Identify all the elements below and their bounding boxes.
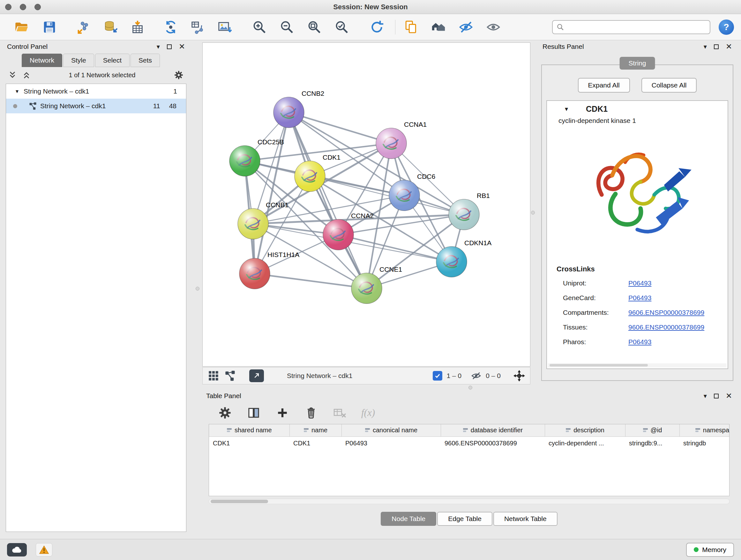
column-header-database-identifier[interactable]: database identifier [441, 424, 545, 436]
show-columns-button[interactable] [245, 403, 263, 422]
add-column-button[interactable] [273, 403, 292, 422]
tab-sets[interactable]: Sets [131, 54, 160, 67]
network-node-RB1[interactable]: RB1 [449, 192, 490, 230]
panel-menu-caret-icon[interactable]: ▾ [704, 393, 707, 399]
network-edge[interactable] [255, 273, 367, 288]
network-edge[interactable] [338, 235, 452, 262]
table-cell[interactable]: cyclin-dependent ... [545, 436, 625, 450]
crosslink-link[interactable]: 9606.ENSP00000378699 [628, 323, 704, 331]
table-cell[interactable]: CDK1 [209, 436, 289, 450]
network-tree-child-row[interactable]: String Network – cdk1 11 48 [6, 99, 186, 113]
panel-close-icon[interactable]: ✕ [726, 392, 732, 400]
layout-network-button[interactable] [161, 18, 180, 37]
network-edge[interactable] [289, 112, 391, 143]
column-header-shared-name[interactable]: shared name [209, 424, 289, 436]
column-header-canonical-name[interactable]: canonical name [341, 424, 441, 436]
network-table-button[interactable] [188, 18, 207, 37]
copy-document-button[interactable] [402, 18, 420, 37]
close-window-button[interactable] [5, 4, 11, 10]
grid-view-button[interactable] [208, 370, 219, 381]
right-splitter-handle[interactable] [531, 211, 535, 214]
panel-float-icon[interactable] [714, 44, 719, 49]
crosslink-link[interactable]: P06493 [628, 294, 651, 302]
import-table-file-button[interactable] [128, 18, 147, 37]
hide-graphics-details-button[interactable] [457, 18, 475, 37]
panel-close-icon[interactable]: ✕ [726, 43, 732, 51]
memory-button[interactable]: Memory [686, 543, 734, 557]
panel-menu-caret-icon[interactable]: ▾ [704, 44, 707, 50]
delete-table-button-disabled[interactable] [331, 403, 349, 422]
zoom-fit-button[interactable] [305, 18, 324, 37]
open-in-new-window-button[interactable] [249, 369, 264, 382]
gear-icon[interactable] [174, 70, 184, 80]
cloud-button[interactable] [7, 543, 27, 557]
network-canvas[interactable]: CCNB2CCNA1CDC25BCDK1CDC6RB1CCNB1CCNA2CDK… [202, 43, 530, 367]
network-tree-root-row[interactable]: ▾ String Network – cdk1 1 [6, 84, 186, 99]
refresh-network-button[interactable] [367, 18, 386, 37]
scrollbar-thumb[interactable] [211, 500, 268, 503]
minimize-window-button[interactable] [20, 4, 26, 10]
tab-node-table[interactable]: Node Table [381, 512, 436, 526]
network-node-CDKN1A[interactable]: CDKN1A [436, 239, 491, 277]
network-node-CDC6[interactable]: CDC6 [389, 173, 435, 211]
import-network-database-button[interactable] [102, 18, 120, 37]
expand-all-icon[interactable] [22, 71, 30, 79]
export-image-button[interactable] [215, 18, 233, 37]
protein-card-scrollbar[interactable] [548, 363, 727, 368]
table-cell[interactable]: P06493 [341, 436, 441, 450]
network-node-HIST1H1A[interactable]: HIST1H1A [239, 251, 299, 289]
column-header-description[interactable]: description [545, 424, 625, 436]
warnings-button[interactable] [36, 543, 52, 557]
show-graphics-details-button[interactable] [484, 18, 502, 37]
string-home-button[interactable] [429, 18, 448, 37]
table-horizontal-scrollbar[interactable] [209, 499, 730, 504]
search-input[interactable] [567, 23, 706, 30]
tree-expand-icon[interactable]: ▾ [16, 88, 18, 95]
expand-all-button[interactable]: Expand All [578, 78, 630, 92]
network-node-CCNA1[interactable]: CCNA1 [376, 121, 427, 159]
panel-float-icon[interactable] [167, 44, 172, 49]
function-builder-button[interactable]: f(x) [361, 407, 375, 419]
help-button[interactable]: ? [719, 19, 734, 35]
tab-network[interactable]: Network [22, 54, 62, 67]
delete-column-button[interactable] [302, 403, 320, 422]
selected-items-checkbox[interactable] [433, 371, 442, 381]
tab-edge-table[interactable]: Edge Table [437, 512, 492, 526]
section-collapse-icon[interactable]: ▾ [565, 105, 568, 113]
table-cell[interactable]: CDK1 [289, 436, 341, 450]
tab-network-table[interactable]: Network Table [493, 512, 557, 526]
table-settings-button[interactable] [216, 403, 234, 422]
panel-float-icon[interactable] [714, 394, 719, 398]
collapse-all-icon[interactable] [8, 71, 17, 79]
network-node-CCNB2[interactable]: CCNB2 [273, 90, 324, 128]
network-node-CCNB1[interactable]: CCNB1 [238, 201, 288, 239]
collapse-all-button[interactable]: Collapse All [642, 78, 697, 92]
tab-string[interactable]: String [620, 57, 655, 70]
crosslink-link[interactable]: 9606.ENSP00000378699 [628, 309, 704, 316]
pan-crosshair-icon[interactable] [514, 370, 525, 381]
network-edge[interactable] [255, 112, 289, 273]
birdseye-view-button[interactable] [224, 370, 236, 381]
crosslink-link[interactable]: P06493 [628, 279, 651, 287]
panel-menu-caret-icon[interactable]: ▾ [157, 44, 160, 50]
column-header-namespace[interactable]: namespace [679, 424, 730, 436]
zoom-selected-button[interactable] [333, 18, 351, 37]
zoom-in-button[interactable] [250, 18, 269, 37]
table-row[interactable]: CDK1CDK1P064939606.ENSP00000378699cyclin… [209, 436, 730, 450]
column-header-name[interactable]: name [289, 424, 341, 436]
network-node-CDK1[interactable]: CDK1 [294, 153, 340, 192]
bottom-splitter-handle[interactable] [468, 386, 472, 389]
open-session-button[interactable] [12, 18, 30, 37]
table-cell[interactable]: stringdb:9... [625, 436, 679, 450]
table-cell[interactable]: stringdb [679, 436, 730, 450]
tab-select[interactable]: Select [95, 54, 130, 67]
save-session-button[interactable] [40, 18, 59, 37]
left-splitter-handle[interactable] [196, 287, 199, 291]
maximize-window-button[interactable] [35, 4, 41, 10]
crosslink-link[interactable]: P06493 [628, 338, 651, 346]
protein-card-header[interactable]: ▾ CDK1 [547, 101, 728, 117]
zoom-out-button[interactable] [278, 18, 296, 37]
hidden-items-eye-slash-icon[interactable] [471, 371, 481, 381]
table-cell[interactable]: 9606.ENSP00000378699 [441, 436, 545, 450]
tab-style[interactable]: Style [63, 54, 94, 67]
